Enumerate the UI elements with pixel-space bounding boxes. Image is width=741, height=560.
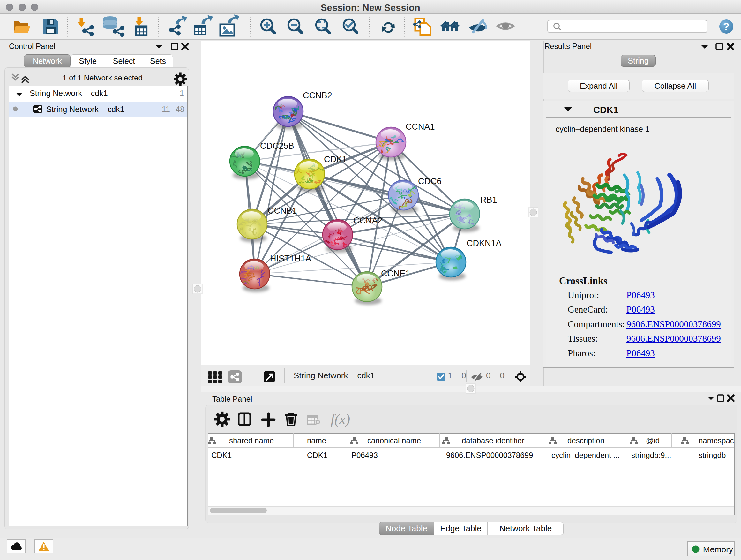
svg-text:CCNE1: CCNE1 — [381, 269, 410, 278]
svg-text:CCNA2: CCNA2 — [353, 216, 383, 226]
svg-text:CDC6: CDC6 — [418, 177, 442, 186]
svg-text:RB1: RB1 — [480, 195, 497, 205]
svg-text:CCNA1: CCNA1 — [406, 122, 435, 132]
svg-text:f(x): f(x) — [331, 412, 350, 427]
svg-text:CDKN1A: CDKN1A — [467, 239, 502, 248]
svg-text:CDC25B: CDC25B — [260, 141, 294, 151]
svg-text:?: ? — [723, 20, 730, 33]
svg-text:HIST1H1A: HIST1H1A — [270, 254, 311, 263]
svg-text:CCNB1: CCNB1 — [268, 206, 297, 215]
svg-text:CDK1: CDK1 — [324, 154, 347, 164]
svg-text:CCNB2: CCNB2 — [303, 91, 332, 100]
